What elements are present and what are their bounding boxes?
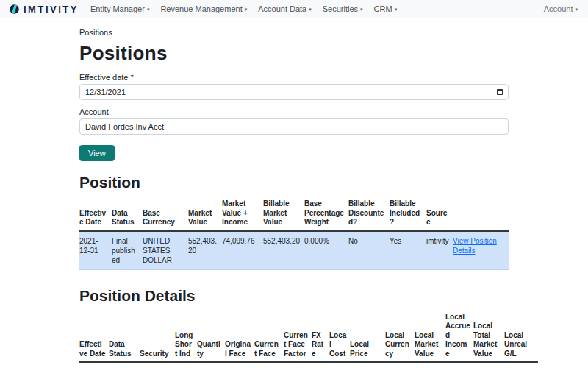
cell: 0.0 (445, 362, 473, 368)
brand-name: IMTIVITY (24, 4, 79, 15)
column-header: Local Price (350, 311, 385, 363)
cell (329, 362, 350, 368)
column-header: Local Accrued Income (445, 311, 473, 363)
cell: imtivity (426, 231, 453, 270)
nav-entity-manager[interactable]: Entity Manager▾ (90, 4, 150, 13)
breadcrumb: Positions (79, 28, 509, 37)
position-details-table: Effective DateData StatusSecurityLong Sh… (79, 311, 538, 368)
position-details-heading: Position Details (79, 287, 509, 305)
cell: 4312.98 (197, 362, 225, 368)
account-input[interactable] (79, 118, 509, 135)
column-header: Original Face (225, 311, 254, 363)
brand-logo[interactable]: IMTIVITY (9, 4, 79, 15)
view-position-details-link[interactable]: View Position Details (453, 237, 497, 255)
chevron-down-icon: ▾ (309, 7, 312, 12)
position-table: Effective DateData StatusBase CurrencyMa… (79, 197, 509, 270)
imtivity-logo-icon (9, 4, 20, 15)
chevron-down-icon: ▾ (245, 7, 248, 12)
nav-account-data[interactable]: Account Data▾ (258, 4, 312, 13)
top-navbar: IMTIVITY Entity Manager▾ Revenue Managem… (0, 0, 588, 18)
cell: 552,403.20 (263, 231, 304, 270)
cell: UNITED STATES DOLLAR (143, 231, 188, 270)
cell: 2021-12-31 (79, 231, 112, 270)
cell: 1.0 (350, 362, 385, 368)
column-header: Data Status (112, 197, 143, 231)
column-header: Effective Date (79, 311, 109, 363)
effective-date-input[interactable] (79, 84, 509, 100)
account-label: Account (79, 107, 509, 116)
cell: 0.0 (225, 362, 254, 368)
column-header: FX Rate (312, 311, 329, 363)
column-header-empty (453, 197, 509, 231)
cell (312, 362, 329, 368)
column-header: Current Face Factor (284, 311, 312, 363)
cell: 0.000% (304, 231, 348, 270)
cell: Yes (390, 231, 426, 270)
details-header-row: Effective DateData StatusSecurityLong Sh… (79, 311, 538, 363)
chevron-down-icon: ▾ (395, 7, 398, 12)
column-header: Quantity (197, 311, 225, 363)
cell-link: View Position Details (453, 231, 509, 270)
table-row: 2021-12-31Final publishedFidelity Govern… (79, 362, 538, 368)
cell: 74,099.76 (222, 231, 263, 270)
cell: 4312.98 (254, 362, 284, 368)
position-header-row: Effective DateData StatusBase CurrencyMa… (79, 197, 509, 231)
column-header: Security (140, 311, 175, 363)
nav-account-menu[interactable]: Account▾ (544, 4, 578, 13)
cell: Long (175, 362, 197, 368)
chevron-down-icon: ▾ (575, 7, 578, 12)
column-header: Local Unreal G/L (504, 311, 538, 363)
column-header: Current Face (254, 311, 284, 363)
cell: Fidelity Government Money Market Fund 27… (140, 362, 175, 368)
cell: 4312.98 (473, 362, 504, 368)
page-title: Positions (79, 42, 509, 65)
chevron-down-icon: ▾ (147, 7, 150, 12)
column-header: Local Total Market Value (473, 311, 504, 363)
cell: 0.0 (504, 362, 538, 368)
position-heading: Position (79, 174, 509, 191)
cell: UNITED STATES DOLLAR (385, 362, 415, 368)
nav-revenue-management[interactable]: Revenue Management▾ (160, 4, 247, 13)
effective-date-label: Effective date * (79, 73, 509, 82)
column-header: Market Value + Income (222, 197, 263, 231)
cell: No (348, 231, 390, 270)
cell: Final published (112, 231, 143, 270)
column-header: Local Cost (329, 311, 350, 363)
column-header: Base Percentage Weight (304, 197, 348, 231)
cell: Final published (109, 362, 140, 368)
column-header: Effective Date (79, 197, 112, 231)
column-header: Billable Included? (390, 197, 426, 231)
cell: 4312.98 (415, 362, 445, 368)
view-button[interactable]: View (79, 145, 115, 161)
cell: 552,403.20 (188, 231, 222, 270)
column-header: Billable Market Value (263, 197, 304, 231)
position-row: 2021-12-31Final publishedUNITED STATES D… (79, 231, 509, 270)
column-header: Base Currency (143, 197, 188, 231)
column-header: Local Market Value (415, 311, 445, 363)
column-header: Long Short Ind (175, 311, 197, 363)
cell: 2021-12-31 (79, 362, 109, 368)
nav-securities[interactable]: Securities▾ (323, 4, 363, 13)
column-header: Source (426, 197, 453, 231)
column-header: Data Status (109, 311, 140, 363)
cell: 0.0 (284, 362, 312, 368)
column-header: Billable Discounted? (348, 197, 390, 231)
chevron-down-icon: ▾ (360, 7, 363, 12)
column-header: Market Value (188, 197, 222, 231)
nav-crm[interactable]: CRM▾ (374, 4, 398, 13)
column-header: Local Currency (385, 311, 415, 363)
